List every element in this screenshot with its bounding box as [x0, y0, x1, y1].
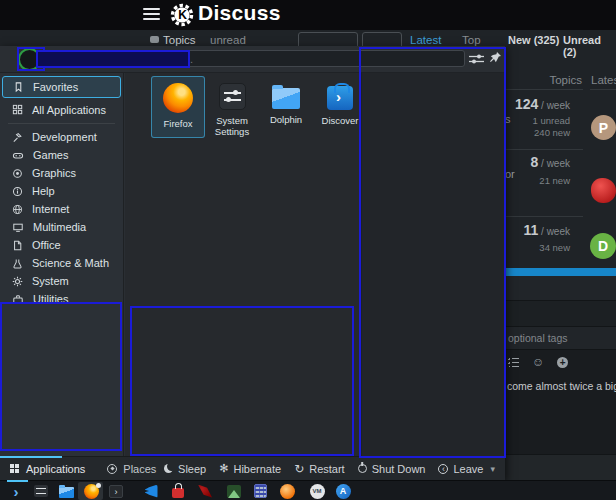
sidebar-item-all-applications[interactable]: All Applications: [0, 100, 123, 119]
column-header-topics: Topics: [540, 74, 582, 86]
taskbar: › › VM A: [0, 480, 616, 500]
white-circle-app-icon[interactable]: VM: [309, 483, 325, 499]
firefox-icon: [163, 83, 193, 113]
row-divider: [506, 149, 583, 150]
chevron-down-icon: ▾: [490, 464, 495, 474]
hammer-icon: [12, 132, 23, 143]
power-icon: [358, 464, 367, 473]
blue-a-app-icon[interactable]: A: [335, 483, 351, 499]
app-tile-system-settings[interactable]: System Settings: [205, 76, 259, 138]
app-tile-dolphin[interactable]: Dolphin: [259, 76, 313, 138]
sidebar-item-development[interactable]: Development: [0, 128, 123, 146]
annotation-box-bottom-middle: [130, 306, 354, 456]
composer-draft-text[interactable]: come almost twice a big as: [507, 380, 616, 392]
bookmark-icon: [13, 81, 24, 93]
new-count[interactable]: 34 new: [506, 242, 570, 253]
composer-toolbar: ☺ +: [508, 356, 568, 368]
composer-category-field[interactable]: [505, 301, 616, 327]
kickoff-launcher-icon[interactable]: ›: [8, 483, 24, 499]
site-title[interactable]: Discuss: [198, 1, 281, 25]
annotation-box-right-column: [359, 47, 506, 458]
tab-places[interactable]: Places: [107, 463, 156, 475]
app-tile-firefox[interactable]: Firefox: [151, 76, 205, 138]
nav-top-link[interactable]: Top: [462, 34, 481, 46]
discourse-header: K Discuss: [0, 0, 616, 30]
shutdown-button[interactable]: Shut Down: [358, 463, 426, 475]
gear-icon: [12, 276, 23, 287]
add-icon[interactable]: +: [557, 357, 568, 368]
topic-rate: 8 / week: [506, 154, 570, 170]
vscode-icon[interactable]: [143, 483, 159, 499]
restart-icon: ↻: [294, 463, 304, 475]
info-icon: [12, 186, 23, 197]
gamepad-icon: [12, 150, 24, 161]
leave-icon: ‹: [438, 464, 448, 474]
nav-new-tab[interactable]: New (325): [508, 34, 559, 46]
desktop-screenshot: K Discuss Topics unread Latest Top New (…: [0, 0, 616, 500]
dolphin-icon[interactable]: [58, 483, 74, 499]
row-divider: [506, 216, 583, 217]
system-settings-icon[interactable]: [33, 483, 49, 499]
category-badge-icon: [150, 36, 159, 43]
snowflake-icon: ✻: [219, 463, 228, 474]
sidebar-item-multimedia[interactable]: Multimedia: [0, 218, 123, 236]
system-settings-icon: [219, 83, 246, 110]
password-lock-icon[interactable]: [170, 483, 186, 499]
unread-count[interactable]: 1 unread: [506, 115, 570, 126]
column-header-latest: Latest: [591, 74, 616, 86]
nav-latest-link[interactable]: Latest: [410, 34, 441, 46]
discover-icon: [327, 86, 353, 110]
sidebar-item-graphics[interactable]: Graphics: [0, 164, 123, 182]
header-divider: [506, 89, 583, 90]
new-count[interactable]: 21 new: [506, 175, 570, 186]
user-avatar-red-creature[interactable]: [591, 178, 616, 203]
notification-badge: [96, 483, 101, 488]
restart-button[interactable]: ↻ Restart: [294, 463, 345, 475]
sidebar-item-favorites[interactable]: Favorites: [2, 76, 121, 98]
flask-icon: [12, 258, 23, 269]
globe-icon: [12, 204, 23, 215]
launcher-footer: Applications Places Sleep ✻ Hibernate ↻ …: [0, 456, 505, 480]
lens-icon: [12, 168, 23, 179]
composer-footer: [505, 454, 616, 480]
sidebar-divider: [8, 123, 115, 124]
user-avatar[interactable]: P: [591, 115, 616, 140]
dolphin-icon: [272, 88, 300, 109]
annotation-box-bottom-left: [0, 302, 122, 451]
composer-tags-field[interactable]: optional tags: [505, 327, 616, 350]
composer-panel: optional tags ☺ + come almost twice a bi…: [505, 276, 616, 480]
monitor-icon: [12, 222, 24, 233]
sidebar-item-internet[interactable]: Internet: [0, 200, 123, 218]
new-count[interactable]: 240 new: [506, 127, 570, 138]
sidebar-item-system[interactable]: System: [0, 272, 123, 290]
leave-button[interactable]: ‹ Leave ▾: [438, 463, 495, 475]
sleep-button[interactable]: Sleep: [164, 463, 206, 475]
sidebar-item-office[interactable]: Office: [0, 236, 123, 254]
nav-unread-tab[interactable]: Unread (2): [563, 34, 616, 58]
document-icon: [12, 240, 23, 251]
nav-topics-label[interactable]: Topics: [163, 34, 196, 46]
emoji-icon[interactable]: ☺: [532, 356, 544, 368]
list-icon[interactable]: [508, 358, 519, 367]
sidebar-item-help[interactable]: Help: [0, 182, 123, 200]
user-avatar[interactable]: D: [590, 233, 616, 259]
compass-icon: [107, 464, 117, 474]
progress-bar: [505, 268, 616, 276]
red-app-icon[interactable]: [197, 483, 213, 499]
hamburger-menu-icon[interactable]: [143, 8, 160, 21]
hibernate-button[interactable]: ✻ Hibernate: [219, 463, 281, 475]
sidebar-item-science-math[interactable]: Science & Math: [0, 254, 123, 272]
moon-icon: [164, 464, 173, 473]
power-actions: Sleep ✻ Hibernate ↻ Restart Shut Down ‹ …: [164, 463, 495, 475]
annotation-box-redacted-username: [36, 50, 190, 68]
tab-applications[interactable]: Applications: [10, 463, 85, 475]
sidebar-item-games[interactable]: Games: [0, 146, 123, 164]
konsole-icon[interactable]: ›: [108, 483, 124, 499]
calculator-icon[interactable]: [252, 483, 268, 499]
image-viewer-icon[interactable]: [226, 483, 242, 499]
kde-logo-icon[interactable]: K: [170, 3, 194, 27]
topic-rate: 11 / week: [506, 222, 570, 238]
composer-title-field[interactable]: [505, 276, 616, 301]
header-divider: [590, 89, 616, 90]
orange-browser-icon[interactable]: [279, 483, 295, 499]
